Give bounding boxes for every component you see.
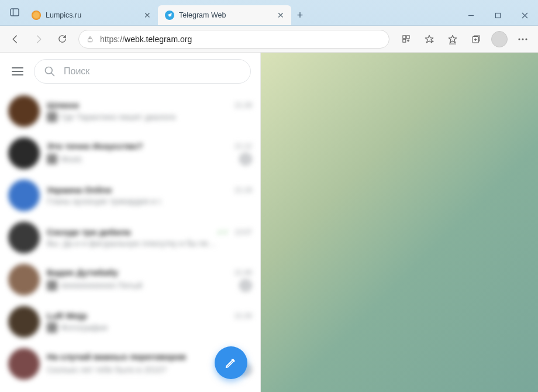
sent-check-icon: ✓✓ [217, 228, 229, 236]
chat-body: Шлюхи21:28Где Тарантино пишет диалоги [47, 100, 252, 122]
nav-refresh-button[interactable] [51, 29, 73, 50]
chat-time: 21:40 [234, 269, 252, 277]
chat-preview: Гланы ауэзоцие трикардия и г. [47, 197, 252, 206]
collections-button[interactable] [465, 29, 487, 50]
chat-sidebar: Шлюхи21:28Где Тарантино пишет диалогиЭто… [0, 53, 261, 392]
nav-forward-button[interactable] [28, 29, 49, 50]
window-minimize-button[interactable] [457, 5, 484, 25]
browser-titlebar: Lumpics.ru ✕ Telegram Web ✕ + [0, 0, 538, 26]
message-thumb-icon [47, 154, 57, 164]
svg-line-26 [51, 73, 54, 76]
search-box[interactable] [34, 59, 251, 84]
browser-toolbar: https://webk.telegram.org [0, 26, 538, 53]
new-tab-button[interactable]: + [291, 5, 309, 25]
nav-back-button[interactable] [5, 29, 26, 50]
chat-preview: Фотография [61, 323, 252, 332]
unread-badge: 1 [239, 153, 252, 166]
chat-item[interactable]: Luft Wojp21:20Фотография [0, 301, 260, 343]
chat-name: Luft Wojp [47, 311, 231, 321]
chat-item[interactable]: Это точно Искусство?21:12Music1 [0, 132, 260, 174]
chat-list[interactable]: Шлюхи21:28Где Тарантино пишет диалогиЭто… [0, 90, 260, 392]
sidebar-header [0, 53, 260, 90]
tab-close-icon[interactable]: ✕ [143, 11, 152, 20]
svg-rect-8 [406, 36, 409, 39]
browser-tabs: Lumpics.ru ✕ Telegram Web ✕ + [25, 0, 309, 25]
chat-avatar [8, 137, 40, 169]
chat-time: 21:12 [234, 142, 252, 150]
chat-avatar [8, 95, 40, 127]
svg-rect-6 [88, 39, 92, 42]
tab-close-icon[interactable]: ✕ [276, 11, 285, 20]
tab-title: Lumpics.ru [46, 11, 143, 19]
message-thumb-icon [47, 280, 57, 291]
svg-rect-7 [402, 36, 405, 39]
tab-actions-button[interactable] [5, 0, 25, 25]
message-thumb-icon [47, 322, 57, 333]
chat-avatar [8, 180, 40, 211]
svg-point-21 [525, 38, 527, 40]
favorites-star-button[interactable] [419, 29, 440, 50]
chat-name: Это точно Искусство? [47, 141, 231, 151]
profile-avatar-icon [491, 31, 508, 47]
profile-button[interactable] [489, 29, 510, 50]
chat-preview: Вы: Да и я фигуральную плюсутку и бы пе… [47, 239, 252, 248]
browser-tab-telegram[interactable]: Telegram Web ✕ [158, 5, 291, 25]
chat-time: 21:19 [234, 186, 252, 194]
extensions-button[interactable] [395, 29, 416, 50]
search-input[interactable] [64, 66, 241, 77]
chat-body: Это точно Искусство?21:12Music1 [47, 141, 252, 166]
unread-badge: 1 [239, 279, 252, 292]
chat-name: Украина Online [47, 185, 231, 195]
svg-point-19 [518, 38, 520, 40]
chat-body: Бадин Дутибабу21:40АААААААААА Пятый1 [47, 267, 252, 292]
chat-avatar [8, 306, 40, 338]
svg-rect-3 [495, 13, 500, 18]
chat-item[interactable]: Украина Online21:19Гланы ауэзоцие трикар… [0, 174, 260, 216]
browser-tab-lumpics[interactable]: Lumpics.ru ✕ [25, 5, 158, 25]
chat-body: Украина Online21:19Гланы ауэзоцие трикар… [47, 185, 252, 206]
tab-title: Telegram Web [179, 11, 276, 19]
favicon-lumpics [32, 11, 41, 20]
chat-body: Luft Wojp21:20Фотография [47, 311, 252, 333]
address-url: https://webk.telegram.org [100, 35, 192, 44]
favorites-button[interactable] [442, 29, 463, 50]
chat-preview: Music [61, 154, 236, 164]
chat-time: 21:28 [234, 101, 252, 109]
telegram-app: Шлюхи21:28Где Тарантино пишет диалогиЭто… [0, 53, 538, 392]
svg-point-20 [522, 38, 523, 40]
address-bar[interactable]: https://webk.telegram.org [78, 30, 389, 49]
chat-name: Бадин Дутибабу [47, 267, 231, 277]
pencil-icon [225, 356, 237, 369]
window-maximize-button[interactable] [484, 5, 511, 25]
chat-preview: АААААААААА Пятый [61, 281, 236, 290]
search-icon [44, 66, 56, 77]
chat-time: 21:20 [234, 312, 252, 320]
chat-avatar [8, 222, 40, 253]
chat-item[interactable]: Бадин Дутибабу21:40АААААААААА Пятый1 [0, 259, 260, 301]
menu-button[interactable] [512, 29, 533, 50]
chat-body: Соседи три дебила✓✓13:07Вы: Да и я фигур… [47, 227, 252, 248]
chat-avatar [8, 264, 40, 295]
chat-preview: Сколько лет тебе было в 2010? [47, 365, 234, 374]
message-thumb-icon [47, 112, 57, 122]
chat-avatar [8, 348, 40, 380]
chat-item[interactable]: Шлюхи21:28Где Тарантино пишет диалоги [0, 90, 260, 132]
chat-preview: Где Тарантино пишет диалоги [61, 112, 252, 122]
new-message-fab[interactable] [215, 346, 247, 379]
window-close-button[interactable] [511, 5, 538, 25]
chat-item[interactable]: Соседи три дебила✓✓13:07Вы: Да и я фигур… [0, 216, 260, 259]
svg-rect-0 [11, 9, 19, 16]
svg-rect-9 [402, 39, 405, 42]
chat-name: Соседи три дебила [47, 227, 217, 237]
chat-time: 13:07 [234, 228, 252, 236]
hamburger-menu-button[interactable] [6, 60, 29, 83]
chat-main-area [261, 53, 538, 392]
lock-icon [86, 35, 94, 43]
favicon-telegram [165, 11, 174, 20]
chat-name: Шлюхи [47, 100, 231, 110]
